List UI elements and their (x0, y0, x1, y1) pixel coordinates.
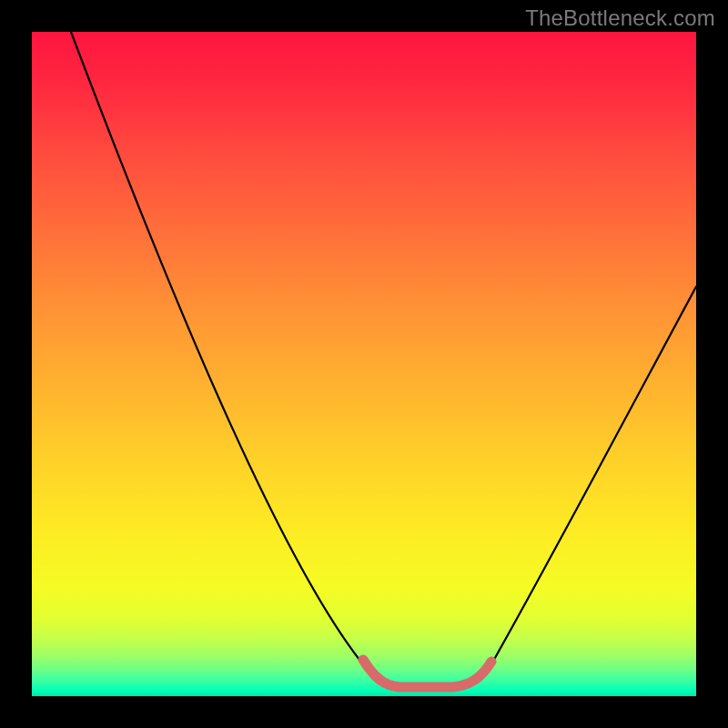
chart-svg (32, 32, 696, 696)
chart-frame: TheBottleneck.com (0, 0, 728, 728)
gradient-background (32, 32, 696, 696)
watermark-text: TheBottleneck.com (525, 5, 715, 31)
plot-area (32, 32, 696, 696)
